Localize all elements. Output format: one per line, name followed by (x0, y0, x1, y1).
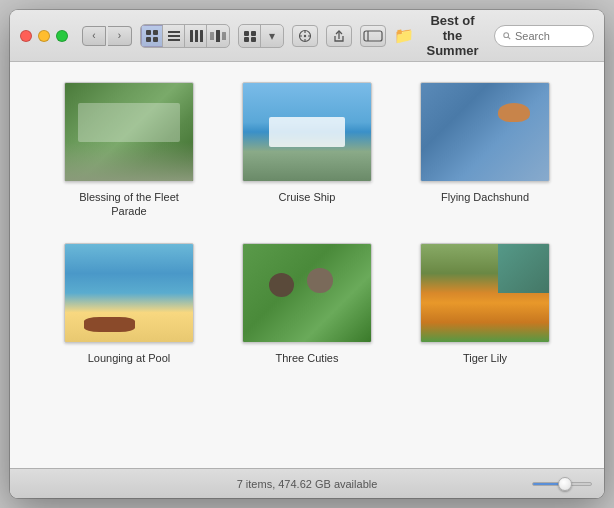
svg-line-27 (508, 37, 510, 39)
photo-label-cuties: Three Cuties (276, 351, 339, 365)
arrange-button[interactable] (239, 25, 261, 47)
photo-label-tiger-lily: Tiger Lily (463, 351, 507, 365)
maximize-button[interactable] (56, 30, 68, 42)
photo-label-dachshund: Flying Dachshund (441, 190, 529, 204)
photo-item-cruise[interactable]: Cruise Ship (242, 82, 372, 219)
forward-button[interactable]: › (108, 26, 132, 46)
photo-thumbnail-dachshund (420, 82, 550, 182)
column-view-button[interactable] (185, 25, 207, 47)
svg-rect-7 (190, 30, 193, 42)
photo-label-pool: Lounging at Pool (88, 351, 171, 365)
coverflow-view-button[interactable] (207, 25, 229, 47)
folder-icon: 📁 (394, 26, 414, 45)
search-box[interactable] (494, 25, 594, 47)
svg-rect-24 (364, 31, 382, 41)
tag-button[interactable] (360, 25, 386, 47)
svg-rect-15 (251, 31, 256, 36)
traffic-lights (20, 30, 68, 42)
svg-rect-16 (251, 37, 256, 42)
photo-grid: Blessing of the Fleet Parade Cruise Ship… (50, 82, 564, 365)
svg-rect-4 (168, 31, 180, 33)
window-title: 📁 Best of the Summer (394, 13, 486, 58)
photo-item-blessing[interactable]: Blessing of the Fleet Parade (64, 82, 194, 219)
svg-rect-0 (146, 30, 151, 35)
svg-rect-1 (153, 30, 158, 35)
content-area: Blessing of the Fleet Parade Cruise Ship… (10, 62, 604, 468)
svg-rect-5 (168, 35, 180, 37)
photo-item-dachshund[interactable]: Flying Dachshund (420, 82, 550, 219)
close-button[interactable] (20, 30, 32, 42)
photo-thumbnail-pool (64, 243, 194, 343)
search-icon (503, 31, 511, 41)
status-text: 7 items, 474.62 GB available (10, 478, 604, 490)
icon-view-button[interactable] (141, 25, 163, 47)
svg-rect-3 (153, 37, 158, 42)
photo-label-cruise: Cruise Ship (279, 190, 336, 204)
svg-point-26 (504, 32, 509, 37)
share-button[interactable] (326, 25, 352, 47)
titlebar: ‹ › (10, 10, 604, 62)
title-text: Best of the Summer (419, 13, 486, 58)
photo-thumbnail-cruise (242, 82, 372, 182)
photo-item-pool[interactable]: Lounging at Pool (64, 243, 194, 365)
size-slider-track[interactable] (532, 482, 592, 486)
arrange-dropdown-button[interactable]: ▾ (261, 25, 283, 47)
view-arrange-group: ▾ (238, 24, 284, 48)
photo-thumbnail-cuties (242, 243, 372, 343)
statusbar: 7 items, 474.62 GB available (10, 468, 604, 498)
svg-point-18 (304, 34, 306, 36)
search-input[interactable] (515, 30, 585, 42)
svg-rect-12 (222, 32, 226, 40)
photo-item-tiger-lily[interactable]: Tiger Lily (420, 243, 550, 365)
svg-rect-2 (146, 37, 151, 42)
minimize-button[interactable] (38, 30, 50, 42)
arrange-button-group: ▾ (238, 24, 284, 48)
svg-rect-11 (216, 30, 220, 42)
list-view-button[interactable] (163, 25, 185, 47)
photo-thumbnail-tiger-lily (420, 243, 550, 343)
size-slider-container (532, 482, 592, 486)
photo-label-blessing: Blessing of the Fleet Parade (64, 190, 194, 219)
svg-rect-14 (244, 37, 249, 42)
nav-buttons: ‹ › (82, 26, 132, 46)
action-button[interactable] (292, 25, 318, 47)
svg-rect-10 (210, 32, 214, 40)
finder-window: ‹ › (10, 10, 604, 498)
photo-item-cuties[interactable]: Three Cuties (242, 243, 372, 365)
svg-rect-9 (200, 30, 203, 42)
photo-thumbnail-blessing (64, 82, 194, 182)
view-options (140, 24, 230, 48)
svg-rect-13 (244, 31, 249, 36)
svg-rect-8 (195, 30, 198, 42)
back-button[interactable]: ‹ (82, 26, 106, 46)
size-slider-thumb[interactable] (558, 477, 572, 491)
svg-rect-6 (168, 39, 180, 41)
